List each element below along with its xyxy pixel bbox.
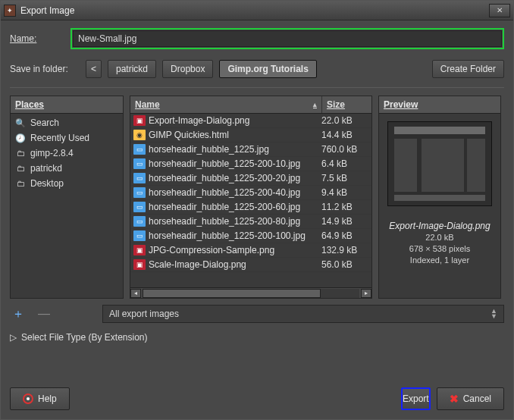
- places-panel: Places 🔍Search🕗Recently Used🗀gimp-2.8.4🗀…: [10, 96, 124, 299]
- file-name: horseheadir_hubble_1225-200-80.jpg: [149, 216, 321, 227]
- file-type-icon: ▭: [133, 158, 146, 169]
- export-button[interactable]: Export: [401, 387, 431, 410]
- preview-thumbnail: [387, 121, 492, 206]
- file-name: Scale-Image-Dialog.png: [149, 259, 321, 270]
- places-item-label: Search: [30, 118, 59, 128]
- file-row[interactable]: ▭horseheadir_hubble_1225-200-80.jpg14.9 …: [130, 215, 371, 229]
- sort-asc-icon: ▴: [313, 101, 317, 108]
- preview-filename: Export-Image-Dialog.png: [389, 220, 490, 232]
- preview-mode: Indexed, 1 layer: [409, 255, 470, 266]
- file-row[interactable]: ▣Scale-Image-Dialog.png56.0 kB: [130, 258, 371, 272]
- cancel-button[interactable]: ✖ Cancel: [437, 387, 504, 410]
- create-folder-button[interactable]: Create Folder: [432, 60, 504, 78]
- places-item[interactable]: 🔍Search: [11, 115, 123, 130]
- filename-input[interactable]: [73, 30, 502, 47]
- file-type-icon: ▣: [133, 259, 146, 270]
- file-row[interactable]: ▭horseheadir_hubble_1225-200-10.jpg6.4 k…: [130, 157, 371, 171]
- horizontal-scrollbar[interactable]: ◂ ▸: [130, 287, 371, 298]
- file-list-panel: Name ▴ Size ▣Export-Image-Dialog.png22.0…: [130, 96, 372, 299]
- file-row[interactable]: ▭horseheadir_hubble_1225-200-60.jpg11.2 …: [130, 200, 371, 215]
- file-size: 11.2 kB: [321, 202, 368, 212]
- preview-header: Preview: [379, 96, 500, 114]
- file-size: 14.4 kB: [321, 130, 368, 140]
- column-name-header[interactable]: Name ▴: [130, 96, 321, 113]
- export-button-label: Export: [403, 393, 429, 404]
- places-item[interactable]: 🕗Recently Used: [11, 130, 123, 146]
- file-name: horseheadir_hubble_1225-200-40.jpg: [149, 187, 321, 198]
- file-name: horseheadir_hubble_1225-200-100.jpg: [149, 230, 321, 241]
- file-type-icon: ▭: [133, 144, 146, 155]
- breadcrumb-item[interactable]: Dropbox: [162, 60, 213, 78]
- window-title: Export Image: [20, 5, 489, 16]
- file-size: 132.9 kB: [321, 245, 368, 255]
- name-label: Name:: [10, 33, 71, 44]
- places-item-label: Recently Used: [30, 133, 89, 143]
- remove-bookmark-button: —: [36, 306, 52, 321]
- scroll-right-icon[interactable]: ▸: [361, 289, 371, 298]
- places-item[interactable]: 🗀Desktop: [11, 176, 123, 191]
- add-bookmark-button[interactable]: ＋: [10, 306, 27, 321]
- places-item[interactable]: 🗀gimp-2.8.4: [11, 146, 123, 161]
- file-type-icon: ▣: [133, 245, 146, 255]
- search-icon: 🔍: [15, 118, 26, 128]
- recent-icon: 🕗: [15, 133, 26, 143]
- file-name: Export-Image-Dialog.png: [149, 115, 321, 126]
- breadcrumb-item-current[interactable]: Gimp.org Tutorials: [219, 60, 316, 78]
- file-size: 14.9 kB: [321, 216, 368, 227]
- breadcrumb-back-button[interactable]: <: [86, 60, 102, 78]
- file-name: horseheadir_hubble_1225-200-20.jpg: [149, 173, 321, 183]
- file-type-icon: ▣: [133, 115, 146, 126]
- select-file-type-label: Select File Type (By Extension): [21, 332, 148, 343]
- updown-icon: ▲▼: [490, 309, 497, 319]
- file-row[interactable]: ▣JPG-Compression-Sample.png132.9 kB: [130, 243, 371, 258]
- file-type-filter[interactable]: All export images ▲▼: [102, 305, 504, 323]
- file-name: horseheadir_hubble_1225-200-10.jpg: [149, 158, 321, 169]
- file-type-icon: ◉: [133, 130, 146, 140]
- file-name: horseheadir_hubble_1225-200-60.jpg: [149, 202, 321, 212]
- file-name: horseheadir_hubble_1225.jpg: [149, 144, 321, 155]
- breadcrumb-item[interactable]: patrickd: [108, 60, 156, 78]
- file-size: 56.0 kB: [321, 259, 368, 270]
- folder-icon: 🗀: [15, 148, 26, 158]
- titlebar: ✦ Export Image ✕: [1, 1, 513, 20]
- help-button[interactable]: Help: [10, 387, 70, 410]
- file-row[interactable]: ▭horseheadir_hubble_1225.jpg760.0 kB: [130, 143, 371, 157]
- expander-arrow-icon: ▷: [10, 332, 17, 343]
- preview-panel: Preview Export-Image-Dialog.png 22.0 kB …: [378, 96, 501, 299]
- save-in-folder-label: Save in folder:: [10, 64, 80, 74]
- file-row[interactable]: ▭horseheadir_hubble_1225-200-40.jpg9.4 k…: [130, 186, 371, 200]
- column-size-header[interactable]: Size: [321, 96, 371, 113]
- file-row[interactable]: ▣Export-Image-Dialog.png22.0 kB: [130, 114, 371, 128]
- places-item[interactable]: 🗀patrickd: [11, 161, 123, 176]
- places-item-label: patrickd: [30, 163, 62, 174]
- close-button[interactable]: ✕: [489, 4, 510, 17]
- places-item-label: gimp-2.8.4: [30, 148, 74, 158]
- file-size: 9.4 kB: [321, 187, 368, 198]
- cancel-icon: ✖: [450, 393, 459, 405]
- file-type-filter-label: All export images: [109, 309, 179, 319]
- file-type-icon: ▭: [133, 173, 146, 183]
- file-size: 6.4 kB: [321, 158, 368, 169]
- divider: [10, 87, 504, 88]
- folder-icon: 🗀: [15, 163, 26, 174]
- file-row[interactable]: ▭horseheadir_hubble_1225-200-100.jpg64.9…: [130, 229, 371, 243]
- cancel-button-label: Cancel: [463, 393, 491, 404]
- file-name: GIMP Quickies.html: [149, 130, 321, 140]
- file-size: 22.0 kB: [321, 115, 368, 126]
- help-icon: [23, 393, 33, 404]
- select-file-type-expander[interactable]: ▷ Select File Type (By Extension): [10, 332, 504, 343]
- file-type-icon: ▭: [133, 230, 146, 241]
- file-type-icon: ▭: [133, 216, 146, 227]
- folder-icon: 🗀: [15, 178, 26, 189]
- export-image-dialog: ✦ Export Image ✕ Name: Save in folder: <…: [0, 0, 514, 420]
- file-size: 64.9 kB: [321, 230, 368, 241]
- scroll-left-icon[interactable]: ◂: [130, 289, 141, 298]
- app-icon: ✦: [4, 5, 16, 17]
- file-type-icon: ▭: [133, 187, 146, 198]
- file-row[interactable]: ▭horseheadir_hubble_1225-200-20.jpg7.5 k…: [130, 171, 371, 186]
- places-item-label: Desktop: [30, 178, 64, 189]
- file-row[interactable]: ◉GIMP Quickies.html14.4 kB: [130, 128, 371, 143]
- file-type-icon: ▭: [133, 202, 146, 212]
- file-name: JPG-Compression-Sample.png: [149, 245, 321, 255]
- scrollbar-thumb[interactable]: [143, 289, 321, 298]
